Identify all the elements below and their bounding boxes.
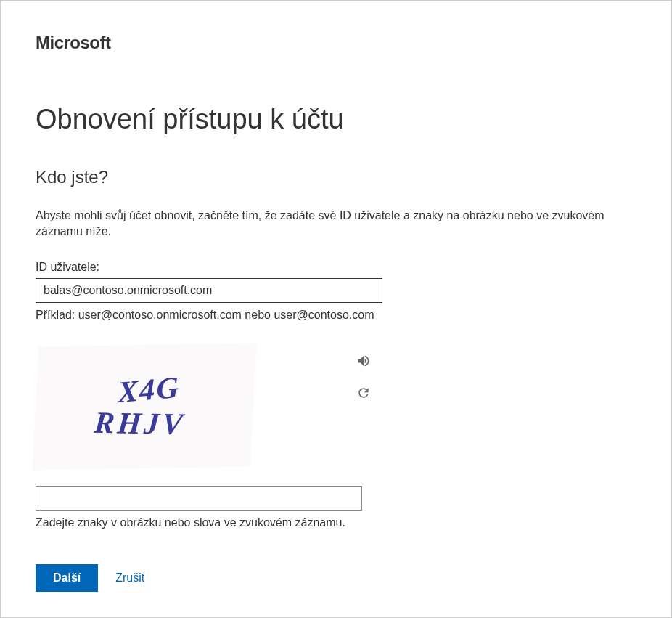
user-id-label: ID uživatele: bbox=[36, 261, 636, 274]
instructions-text: Abyste mohli svůj účet obnovit, začněte … bbox=[36, 208, 631, 240]
next-button[interactable]: Další bbox=[36, 564, 98, 592]
page-title: Obnovení přístupu k účtu bbox=[36, 104, 636, 135]
captcha-text-line1: X4G bbox=[103, 369, 195, 410]
microsoft-logo: Microsoft bbox=[36, 33, 636, 53]
cancel-button[interactable]: Zrušit bbox=[115, 572, 144, 585]
user-id-example: Příklad: user@contoso.onmicrosoft.com ne… bbox=[36, 309, 636, 322]
audio-captcha-icon[interactable] bbox=[355, 352, 372, 370]
user-id-input[interactable] bbox=[36, 278, 382, 303]
page-subtitle: Kdo jste? bbox=[36, 167, 636, 187]
refresh-captcha-icon[interactable] bbox=[355, 384, 372, 402]
captcha-image: X4G RHJV bbox=[33, 343, 257, 470]
captcha-input[interactable] bbox=[36, 486, 362, 511]
captcha-text-line2: RHJV bbox=[93, 406, 187, 441]
captcha-help-text: Zadejte znaky v obrázku nebo slova ve zv… bbox=[36, 516, 636, 529]
